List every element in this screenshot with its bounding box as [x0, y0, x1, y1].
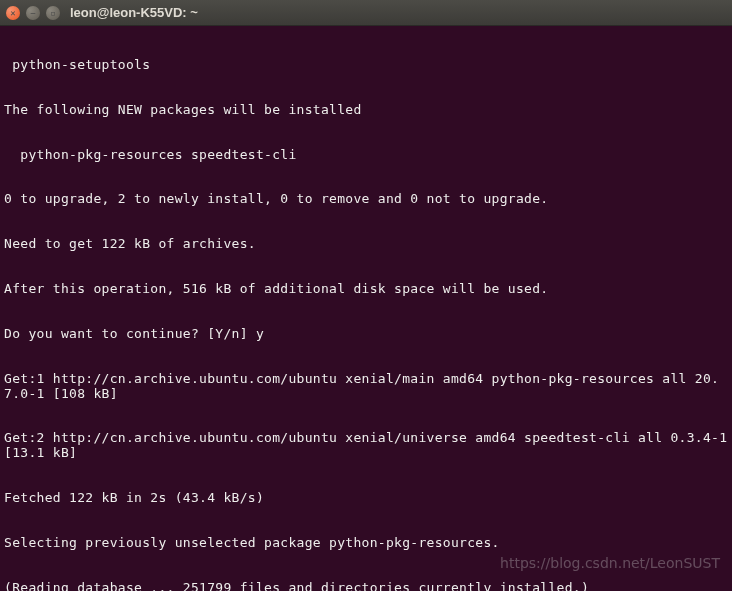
terminal-area[interactable]: python-setuptools The following NEW pack…	[0, 26, 732, 591]
minimize-icon[interactable]: −	[26, 6, 40, 20]
output-line: python-setuptools	[4, 58, 728, 73]
output-line: Need to get 122 kB of archives.	[4, 237, 728, 252]
output-line: Get:1 http://cn.archive.ubuntu.com/ubunt…	[4, 372, 728, 402]
output-line: The following NEW packages will be insta…	[4, 103, 728, 118]
output-line: Get:2 http://cn.archive.ubuntu.com/ubunt…	[4, 431, 728, 461]
output-line: 0 to upgrade, 2 to newly install, 0 to r…	[4, 192, 728, 207]
output-line: After this operation, 516 kB of addition…	[4, 282, 728, 297]
output-line: (Reading database ... 251799 files and d…	[4, 581, 728, 591]
output-line: Fetched 122 kB in 2s (43.4 kB/s)	[4, 491, 728, 506]
maximize-icon[interactable]: ▫	[46, 6, 60, 20]
output-line: Do you want to continue? [Y/n] y	[4, 327, 728, 342]
titlebar: ✕ − ▫ leon@leon-K55VD: ~	[0, 0, 732, 26]
output-line: Selecting previously unselected package …	[4, 536, 728, 551]
close-icon[interactable]: ✕	[6, 6, 20, 20]
output-line: python-pkg-resources speedtest-cli	[4, 148, 728, 163]
window-title: leon@leon-K55VD: ~	[70, 5, 198, 20]
window-controls: ✕ − ▫	[6, 6, 60, 20]
